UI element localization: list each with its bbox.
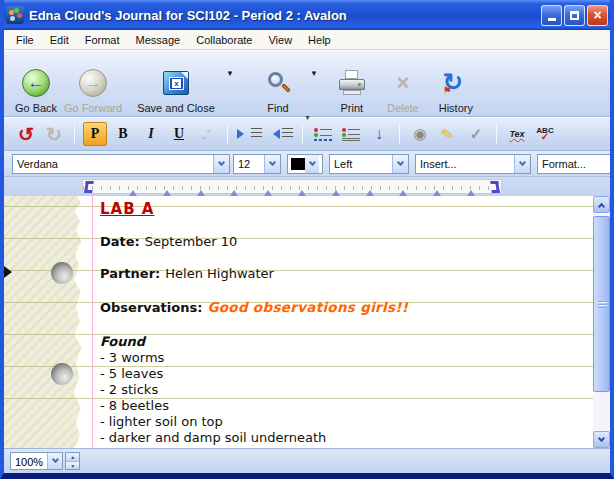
observations-label: Observations:	[100, 300, 202, 315]
spellcheck-button[interactable]: ABC✓	[533, 122, 557, 146]
menu-file[interactable]: File	[8, 32, 42, 48]
found-heading: Found	[100, 334, 145, 349]
decrease-indent-button[interactable]	[267, 122, 294, 146]
font-family-select[interactable]: Verdana	[12, 154, 230, 174]
down-arrow-icon: ↓	[375, 125, 383, 143]
date-row: Date:September 10	[100, 234, 237, 249]
undo-icon: ↺	[18, 123, 34, 146]
list-item: - lighter soil on top	[100, 414, 326, 430]
bullet-list-button[interactable]	[339, 122, 363, 146]
scroll-up-button[interactable]	[593, 196, 610, 213]
entry-title: LAB A	[100, 200, 154, 218]
color-dropdown-icon[interactable]	[305, 155, 319, 173]
undo-button[interactable]: ↺	[14, 122, 38, 146]
minimize-button[interactable]	[541, 5, 562, 26]
menu-help[interactable]: Help	[300, 32, 339, 48]
ruler-tab-marks	[129, 186, 475, 196]
insert-select[interactable]: Insert...	[415, 154, 531, 174]
zoom-spinner[interactable]: ▲ ▼	[65, 452, 80, 470]
observations-comment: Good observations girls!!	[207, 299, 408, 315]
thumb-grip	[598, 301, 607, 308]
insert-below-button[interactable]: ↓	[367, 122, 391, 146]
italic-button[interactable]: I	[139, 122, 163, 146]
find-button[interactable]: Find	[248, 56, 308, 114]
underline-button[interactable]: U	[167, 122, 191, 146]
scroll-down-button[interactable]	[593, 431, 610, 448]
print-button[interactable]: Print	[330, 56, 374, 114]
save-and-close-button[interactable]: x Save and Close	[128, 56, 224, 114]
close-icon: ×	[593, 8, 601, 22]
align-dropdown-icon[interactable]	[392, 155, 408, 173]
mark-reviewed-button[interactable]: ✓	[464, 122, 488, 146]
scrollbar-thumb[interactable]	[593, 216, 610, 392]
increase-indent-button[interactable]	[236, 122, 263, 146]
find-dropdown-arrow[interactable]: ▼	[310, 69, 318, 100]
found-list: - 3 worms - 5 leaves - 2 sticks - 8 beet…	[100, 350, 326, 446]
history-button[interactable]: ↻⚑ History	[430, 56, 482, 114]
format-select[interactable]: Format...	[537, 154, 610, 174]
delete-button[interactable]: × Delete	[380, 56, 426, 114]
font-color-select[interactable]	[287, 154, 323, 174]
numbered-list-icon	[314, 127, 332, 142]
target-icon: ◉	[413, 125, 426, 143]
highlighter-button[interactable]: ✎	[436, 122, 460, 146]
redo-button[interactable]: ↻	[42, 122, 66, 146]
toolbar-overflow-icon[interactable]: ▼	[304, 114, 311, 121]
zoom-dropdown-icon[interactable]	[47, 453, 62, 469]
paper-margin	[4, 196, 84, 448]
list-item: - 5 leaves	[100, 366, 326, 382]
increase-indent-icon	[237, 128, 262, 140]
vertical-scrollbar[interactable]	[593, 196, 610, 448]
hole-punch	[51, 262, 73, 284]
zoom-select[interactable]: 100%	[10, 452, 63, 470]
date-value: September 10	[145, 234, 238, 249]
status-bar: 100% ▲ ▼	[4, 448, 610, 473]
bold-button[interactable]: B	[111, 122, 135, 146]
right-margin-marker[interactable]	[490, 181, 500, 193]
partner-value: Helen Highwater	[165, 266, 274, 281]
menu-format[interactable]: Format	[77, 32, 128, 48]
autocorrect-button[interactable]: Tex	[505, 122, 529, 146]
quote-button[interactable]: „‟	[195, 122, 219, 146]
alignment-select[interactable]: Left	[329, 154, 409, 174]
font-size-select[interactable]: 12	[233, 154, 281, 174]
menu-message[interactable]: Message	[128, 32, 189, 48]
go-back-icon: ←	[22, 69, 50, 97]
separator	[302, 124, 303, 144]
decrease-indent-icon	[268, 128, 293, 140]
go-back-button[interactable]: ← Go Back	[10, 56, 62, 114]
size-dropdown-icon[interactable]	[264, 155, 280, 173]
insert-dropdown-icon[interactable]	[514, 155, 530, 173]
go-forward-icon: →	[79, 69, 107, 97]
history-icon: ↻⚑	[442, 69, 470, 97]
minimize-icon	[548, 18, 556, 21]
menu-collaborate[interactable]: Collaborate	[188, 32, 260, 48]
title-bar: Edna Cloud's Journal for SCI102 - Period…	[0, 0, 614, 30]
separator	[399, 124, 400, 144]
font-dropdown-icon[interactable]	[213, 155, 229, 173]
zoom-value: 100%	[11, 453, 47, 469]
list-item: - 2 sticks	[100, 382, 326, 398]
close-button[interactable]: ×	[587, 5, 608, 26]
menu-view[interactable]: View	[260, 32, 300, 48]
maximize-icon	[570, 11, 579, 20]
spinner-up-icon[interactable]: ▲	[66, 453, 79, 461]
go-forward-button[interactable]: → Go Forward	[62, 56, 124, 114]
save-dropdown-arrow[interactable]: ▼	[226, 69, 234, 100]
left-margin-marker[interactable]	[84, 181, 94, 193]
list-item: - 8 beetles	[100, 398, 326, 414]
delete-icon: ×	[396, 72, 409, 94]
separator	[74, 124, 75, 144]
plain-text-button[interactable]: P	[83, 122, 107, 146]
numbered-list-button[interactable]	[311, 122, 335, 146]
main-toolbar: ← Go Back → Go Forward x Save and Close …	[4, 50, 610, 117]
journal-page[interactable]: LAB A Date:September 10 Partner:Helen Hi…	[4, 196, 610, 448]
list-item: - darker and damp soil underneath	[100, 430, 326, 446]
maximize-button[interactable]	[564, 5, 585, 26]
ruler-bar	[4, 177, 610, 196]
menu-bar: File Edit Format Message Collaborate Vie…	[4, 30, 610, 50]
spinner-down-icon[interactable]: ▼	[66, 461, 79, 469]
partner-row: Partner:Helen Highwater	[100, 266, 274, 281]
menu-edit[interactable]: Edit	[42, 32, 77, 48]
target-button[interactable]: ◉	[408, 122, 432, 146]
